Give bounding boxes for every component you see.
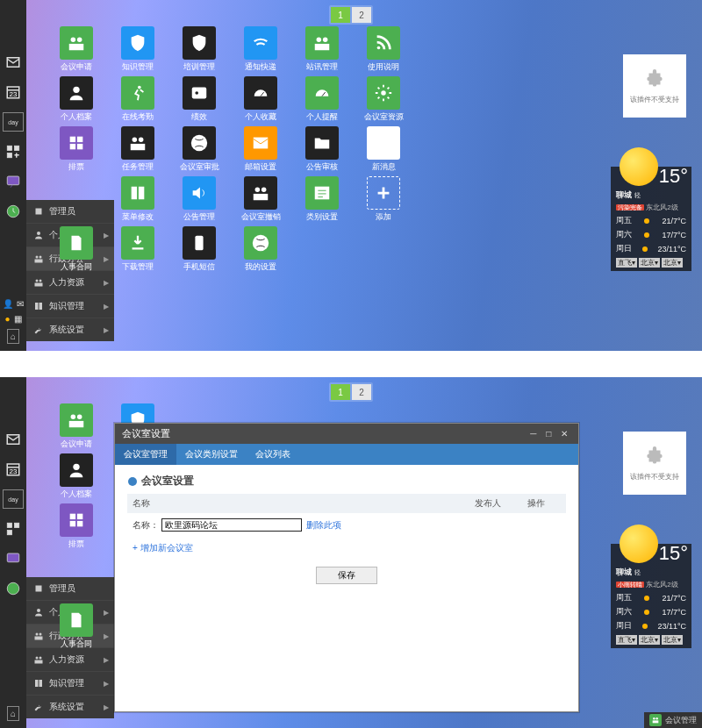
tile-label: 会议申请 — [61, 61, 92, 73]
close-icon[interactable]: ✕ — [561, 429, 571, 439]
menu-item[interactable]: 人力资源▶ — [26, 648, 114, 672]
tab-room-manage[interactable]: 会议室管理 — [115, 444, 176, 465]
grid-icon[interactable] — [3, 142, 24, 161]
home-icon[interactable]: ⌂ — [7, 329, 19, 344]
app-tile[interactable]: 会议室资源 — [356, 76, 411, 123]
day-icon[interactable]: day — [3, 112, 24, 132]
menu-item[interactable]: 系统设置▶ — [26, 318, 114, 341]
user-icon[interactable]: 👤 — [3, 299, 13, 309]
mail-icon[interactable] — [3, 430, 24, 449]
tile-label: 手机短信 — [183, 261, 215, 273]
weather-select[interactable]: 直飞▾ — [616, 635, 637, 645]
app-tile[interactable]: 邮箱设置 — [233, 126, 288, 173]
tile-label: 排票 — [68, 539, 84, 550]
app-tile[interactable]: 通知快递 — [233, 26, 288, 73]
min-icon[interactable]: ─ — [530, 429, 540, 439]
tab-category[interactable]: 会议类别设置 — [176, 444, 247, 465]
app-tile[interactable]: 个人档案 — [49, 76, 104, 123]
app-tile[interactable]: 人事合同 — [49, 603, 104, 650]
pager-page-2[interactable]: 2 — [352, 7, 371, 23]
svg-point-37 — [255, 188, 261, 193]
status-icon — [649, 714, 662, 726]
menu-item[interactable]: 人力资源▶ — [26, 271, 114, 295]
app-tile[interactable]: 公告审核 — [295, 126, 349, 173]
app-tile[interactable]: 公告管理 — [172, 176, 226, 223]
tile-label: 邮箱设置 — [245, 161, 276, 173]
tab-list[interactable]: 会议列表 — [247, 444, 299, 465]
pager-page-1[interactable]: 1 — [331, 7, 350, 23]
app-tile[interactable]: 绩效 — [172, 76, 226, 123]
app-tile[interactable]: 类别设置 — [295, 176, 349, 223]
pager-page-1[interactable]: 1 — [331, 384, 350, 400]
weather-select[interactable]: 直飞▾ — [616, 258, 637, 268]
delete-link[interactable]: 删除此项 — [306, 520, 341, 530]
chevron-right-icon: ▶ — [104, 656, 109, 664]
svg-rect-24 — [192, 88, 207, 99]
svg-rect-40 — [315, 187, 330, 200]
app-tile[interactable]: 个人档案 — [49, 453, 104, 500]
svg-point-19 — [323, 38, 328, 43]
app-tile[interactable]: 知识管理 — [111, 26, 165, 73]
app-tile[interactable]: 排票 — [49, 503, 104, 550]
app-tile[interactable]: 排票 — [49, 126, 104, 173]
grid-icon — [60, 503, 93, 537]
app-tile[interactable]: 会议室撤销 — [233, 176, 288, 223]
room-name-input[interactable] — [161, 518, 302, 532]
svg-point-34 — [191, 135, 207, 151]
desktop-bottom: 1 2 23 day ⌂ 管理员个人办公▶行政办公▶人力资源▶知识管理▶系统设置… — [0, 377, 702, 728]
menu-item[interactable]: 知识管理▶ — [26, 295, 114, 318]
svg-point-31 — [133, 138, 138, 143]
app-tile[interactable]: 下载管理 — [111, 226, 165, 273]
app-tile[interactable]: 人事合同 — [49, 226, 104, 273]
statusbar[interactable]: 会议管理 — [644, 712, 702, 728]
app-tile[interactable]: 手机短信 — [172, 226, 226, 273]
clock-icon[interactable] — [3, 579, 24, 598]
dialog-titlebar[interactable]: 会议室设置 ─ □ ✕ — [115, 424, 578, 444]
save-button[interactable]: 保存 — [316, 567, 377, 584]
mail-mini-icon[interactable]: ✉ — [17, 299, 24, 309]
weather-select[interactable]: 北京▾ — [662, 258, 683, 268]
grid-mini-icon[interactable]: ▦ — [14, 314, 22, 324]
app-tile[interactable]: 会议室审批 — [172, 126, 226, 173]
chat-icon[interactable] — [3, 172, 24, 191]
app-tile[interactable]: 站讯管理 — [295, 26, 349, 73]
mail-icon[interactable] — [3, 53, 24, 72]
weather-city: 聊城 轻 — [616, 567, 686, 578]
doc-icon — [60, 603, 93, 637]
app-tile[interactable]: 会议申请 — [49, 403, 104, 450]
weather-select[interactable]: 北京▾ — [662, 635, 683, 645]
wifi-icon — [244, 26, 277, 60]
app-tile[interactable]: 个人提醒 — [295, 76, 349, 123]
menu-item[interactable]: 系统设置▶ — [26, 696, 114, 718]
forecast-row: 周五21/7°C — [616, 592, 686, 603]
add-room-link[interactable]: + 增加新会议室 — [133, 543, 193, 553]
clock-icon[interactable] — [3, 202, 24, 221]
chat-icon[interactable] — [3, 549, 24, 568]
home-icon[interactable]: ⌂ — [7, 706, 19, 721]
weather-select[interactable]: 北京▾ — [639, 635, 660, 645]
app-tile[interactable]: 我的设置 — [233, 226, 288, 273]
app-tile[interactable]: 使用说明 — [356, 26, 411, 73]
app-tile[interactable]: 菜单修改 — [111, 176, 165, 223]
pager-page-2[interactable]: 2 — [352, 384, 371, 400]
app-tile[interactable]: 培训管理 — [172, 26, 226, 73]
max-icon[interactable]: □ — [546, 429, 555, 439]
app-tile[interactable]: 会议申请 — [49, 26, 104, 73]
svg-point-49 — [7, 582, 19, 595]
sun-mini-icon[interactable]: ● — [4, 314, 10, 324]
app-tile[interactable]: 新消息 — [356, 126, 411, 173]
app-tile[interactable]: 在线考勤 — [111, 76, 165, 123]
weather-select[interactable]: 北京▾ — [639, 258, 660, 268]
people-icon — [244, 176, 277, 210]
app-tile[interactable]: 添加 — [356, 176, 411, 223]
svg-point-8 — [37, 232, 40, 235]
day-icon[interactable]: day — [3, 489, 24, 509]
people-icon — [60, 26, 93, 60]
app-tile[interactable]: 个人收藏 — [233, 76, 288, 123]
calendar-icon[interactable]: 23 — [3, 82, 24, 102]
app-tile[interactable]: 任务管理 — [111, 126, 165, 173]
calendar-icon[interactable]: 23 — [3, 460, 24, 479]
tile-label: 我的设置 — [245, 261, 276, 273]
grid-icon[interactable] — [3, 519, 24, 539]
menu-item[interactable]: 知识管理▶ — [26, 672, 114, 696]
